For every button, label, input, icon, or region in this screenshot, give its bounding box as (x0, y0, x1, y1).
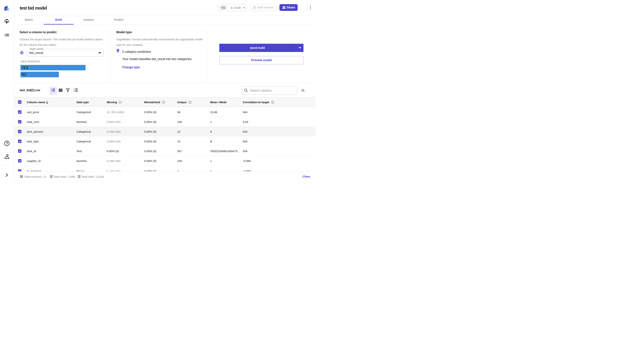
svg-text:3: 3 (74, 91, 74, 92)
svg-text:1: 1 (74, 88, 74, 90)
svg-text:2: 2 (74, 90, 74, 91)
